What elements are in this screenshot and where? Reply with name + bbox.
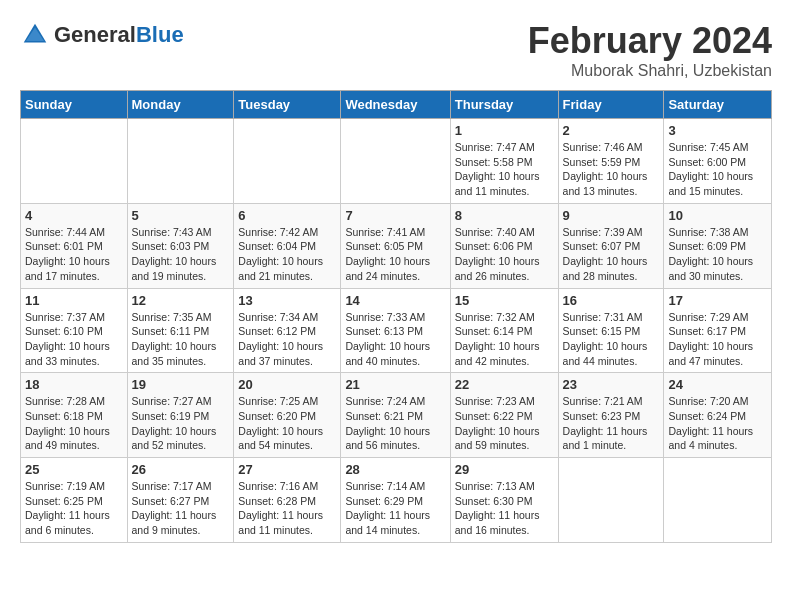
day-number: 29 bbox=[455, 462, 554, 477]
day-info: Sunrise: 7:47 AMSunset: 5:58 PMDaylight:… bbox=[455, 140, 554, 199]
calendar-day-cell: 3Sunrise: 7:45 AMSunset: 6:00 PMDaylight… bbox=[664, 119, 772, 204]
day-info: Sunrise: 7:37 AMSunset: 6:10 PMDaylight:… bbox=[25, 310, 123, 369]
day-number: 8 bbox=[455, 208, 554, 223]
day-number: 26 bbox=[132, 462, 230, 477]
calendar-day-cell: 28Sunrise: 7:14 AMSunset: 6:29 PMDayligh… bbox=[341, 458, 450, 543]
calendar-day-cell: 22Sunrise: 7:23 AMSunset: 6:22 PMDayligh… bbox=[450, 373, 558, 458]
calendar-day-cell: 10Sunrise: 7:38 AMSunset: 6:09 PMDayligh… bbox=[664, 203, 772, 288]
day-number: 27 bbox=[238, 462, 336, 477]
day-number: 18 bbox=[25, 377, 123, 392]
calendar-day-cell: 27Sunrise: 7:16 AMSunset: 6:28 PMDayligh… bbox=[234, 458, 341, 543]
day-number: 21 bbox=[345, 377, 445, 392]
day-info: Sunrise: 7:43 AMSunset: 6:03 PMDaylight:… bbox=[132, 225, 230, 284]
day-number: 12 bbox=[132, 293, 230, 308]
calendar-day-cell: 13Sunrise: 7:34 AMSunset: 6:12 PMDayligh… bbox=[234, 288, 341, 373]
title-section: February 2024 Muborak Shahri, Uzbekistan bbox=[528, 20, 772, 80]
calendar-day-cell bbox=[341, 119, 450, 204]
day-info: Sunrise: 7:16 AMSunset: 6:28 PMDaylight:… bbox=[238, 479, 336, 538]
calendar-day-cell: 23Sunrise: 7:21 AMSunset: 6:23 PMDayligh… bbox=[558, 373, 664, 458]
day-number: 20 bbox=[238, 377, 336, 392]
logo-blue: Blue bbox=[136, 22, 184, 47]
day-number: 1 bbox=[455, 123, 554, 138]
day-info: Sunrise: 7:29 AMSunset: 6:17 PMDaylight:… bbox=[668, 310, 767, 369]
calendar-day-cell: 1Sunrise: 7:47 AMSunset: 5:58 PMDaylight… bbox=[450, 119, 558, 204]
weekday-header-cell: Friday bbox=[558, 91, 664, 119]
day-info: Sunrise: 7:39 AMSunset: 6:07 PMDaylight:… bbox=[563, 225, 660, 284]
day-info: Sunrise: 7:44 AMSunset: 6:01 PMDaylight:… bbox=[25, 225, 123, 284]
day-info: Sunrise: 7:20 AMSunset: 6:24 PMDaylight:… bbox=[668, 394, 767, 453]
calendar-week-row: 11Sunrise: 7:37 AMSunset: 6:10 PMDayligh… bbox=[21, 288, 772, 373]
calendar-day-cell: 9Sunrise: 7:39 AMSunset: 6:07 PMDaylight… bbox=[558, 203, 664, 288]
day-number: 2 bbox=[563, 123, 660, 138]
calendar-day-cell: 29Sunrise: 7:13 AMSunset: 6:30 PMDayligh… bbox=[450, 458, 558, 543]
day-info: Sunrise: 7:42 AMSunset: 6:04 PMDaylight:… bbox=[238, 225, 336, 284]
calendar-day-cell: 20Sunrise: 7:25 AMSunset: 6:20 PMDayligh… bbox=[234, 373, 341, 458]
day-info: Sunrise: 7:17 AMSunset: 6:27 PMDaylight:… bbox=[132, 479, 230, 538]
calendar-day-cell: 14Sunrise: 7:33 AMSunset: 6:13 PMDayligh… bbox=[341, 288, 450, 373]
day-number: 23 bbox=[563, 377, 660, 392]
calendar-day-cell: 18Sunrise: 7:28 AMSunset: 6:18 PMDayligh… bbox=[21, 373, 128, 458]
calendar-day-cell bbox=[558, 458, 664, 543]
calendar-week-row: 4Sunrise: 7:44 AMSunset: 6:01 PMDaylight… bbox=[21, 203, 772, 288]
day-number: 19 bbox=[132, 377, 230, 392]
logo: GeneralBlue bbox=[20, 20, 184, 50]
day-info: Sunrise: 7:41 AMSunset: 6:05 PMDaylight:… bbox=[345, 225, 445, 284]
calendar-day-cell: 26Sunrise: 7:17 AMSunset: 6:27 PMDayligh… bbox=[127, 458, 234, 543]
calendar-body: 1Sunrise: 7:47 AMSunset: 5:58 PMDaylight… bbox=[21, 119, 772, 543]
day-number: 6 bbox=[238, 208, 336, 223]
calendar-day-cell: 17Sunrise: 7:29 AMSunset: 6:17 PMDayligh… bbox=[664, 288, 772, 373]
day-info: Sunrise: 7:23 AMSunset: 6:22 PMDaylight:… bbox=[455, 394, 554, 453]
day-info: Sunrise: 7:45 AMSunset: 6:00 PMDaylight:… bbox=[668, 140, 767, 199]
calendar-day-cell: 2Sunrise: 7:46 AMSunset: 5:59 PMDaylight… bbox=[558, 119, 664, 204]
day-number: 24 bbox=[668, 377, 767, 392]
calendar-day-cell: 25Sunrise: 7:19 AMSunset: 6:25 PMDayligh… bbox=[21, 458, 128, 543]
day-number: 4 bbox=[25, 208, 123, 223]
month-year-title: February 2024 bbox=[528, 20, 772, 62]
day-info: Sunrise: 7:25 AMSunset: 6:20 PMDaylight:… bbox=[238, 394, 336, 453]
day-number: 9 bbox=[563, 208, 660, 223]
day-number: 3 bbox=[668, 123, 767, 138]
calendar-day-cell: 24Sunrise: 7:20 AMSunset: 6:24 PMDayligh… bbox=[664, 373, 772, 458]
calendar-day-cell: 15Sunrise: 7:32 AMSunset: 6:14 PMDayligh… bbox=[450, 288, 558, 373]
calendar-day-cell: 19Sunrise: 7:27 AMSunset: 6:19 PMDayligh… bbox=[127, 373, 234, 458]
calendar-day-cell: 11Sunrise: 7:37 AMSunset: 6:10 PMDayligh… bbox=[21, 288, 128, 373]
day-number: 11 bbox=[25, 293, 123, 308]
day-number: 28 bbox=[345, 462, 445, 477]
calendar-week-row: 25Sunrise: 7:19 AMSunset: 6:25 PMDayligh… bbox=[21, 458, 772, 543]
weekday-header-cell: Wednesday bbox=[341, 91, 450, 119]
weekday-header-cell: Tuesday bbox=[234, 91, 341, 119]
calendar-table: SundayMondayTuesdayWednesdayThursdayFrid… bbox=[20, 90, 772, 543]
calendar-day-cell bbox=[127, 119, 234, 204]
calendar-week-row: 18Sunrise: 7:28 AMSunset: 6:18 PMDayligh… bbox=[21, 373, 772, 458]
calendar-day-cell: 12Sunrise: 7:35 AMSunset: 6:11 PMDayligh… bbox=[127, 288, 234, 373]
calendar-week-row: 1Sunrise: 7:47 AMSunset: 5:58 PMDaylight… bbox=[21, 119, 772, 204]
day-info: Sunrise: 7:14 AMSunset: 6:29 PMDaylight:… bbox=[345, 479, 445, 538]
calendar-day-cell: 16Sunrise: 7:31 AMSunset: 6:15 PMDayligh… bbox=[558, 288, 664, 373]
calendar-day-cell: 7Sunrise: 7:41 AMSunset: 6:05 PMDaylight… bbox=[341, 203, 450, 288]
weekday-header-cell: Thursday bbox=[450, 91, 558, 119]
calendar-day-cell: 5Sunrise: 7:43 AMSunset: 6:03 PMDaylight… bbox=[127, 203, 234, 288]
weekday-header-cell: Saturday bbox=[664, 91, 772, 119]
header: GeneralBlue February 2024 Muborak Shahri… bbox=[20, 20, 772, 80]
logo-icon bbox=[20, 20, 50, 50]
calendar-day-cell bbox=[664, 458, 772, 543]
day-info: Sunrise: 7:46 AMSunset: 5:59 PMDaylight:… bbox=[563, 140, 660, 199]
day-info: Sunrise: 7:19 AMSunset: 6:25 PMDaylight:… bbox=[25, 479, 123, 538]
day-number: 22 bbox=[455, 377, 554, 392]
weekday-header-cell: Sunday bbox=[21, 91, 128, 119]
day-info: Sunrise: 7:21 AMSunset: 6:23 PMDaylight:… bbox=[563, 394, 660, 453]
calendar-day-cell: 8Sunrise: 7:40 AMSunset: 6:06 PMDaylight… bbox=[450, 203, 558, 288]
day-number: 15 bbox=[455, 293, 554, 308]
location-subtitle: Muborak Shahri, Uzbekistan bbox=[528, 62, 772, 80]
calendar-day-cell: 6Sunrise: 7:42 AMSunset: 6:04 PMDaylight… bbox=[234, 203, 341, 288]
calendar-day-cell: 4Sunrise: 7:44 AMSunset: 6:01 PMDaylight… bbox=[21, 203, 128, 288]
day-info: Sunrise: 7:28 AMSunset: 6:18 PMDaylight:… bbox=[25, 394, 123, 453]
day-info: Sunrise: 7:38 AMSunset: 6:09 PMDaylight:… bbox=[668, 225, 767, 284]
logo-general: General bbox=[54, 22, 136, 47]
day-info: Sunrise: 7:27 AMSunset: 6:19 PMDaylight:… bbox=[132, 394, 230, 453]
day-info: Sunrise: 7:13 AMSunset: 6:30 PMDaylight:… bbox=[455, 479, 554, 538]
day-number: 10 bbox=[668, 208, 767, 223]
day-info: Sunrise: 7:40 AMSunset: 6:06 PMDaylight:… bbox=[455, 225, 554, 284]
day-info: Sunrise: 7:32 AMSunset: 6:14 PMDaylight:… bbox=[455, 310, 554, 369]
calendar-day-cell bbox=[21, 119, 128, 204]
